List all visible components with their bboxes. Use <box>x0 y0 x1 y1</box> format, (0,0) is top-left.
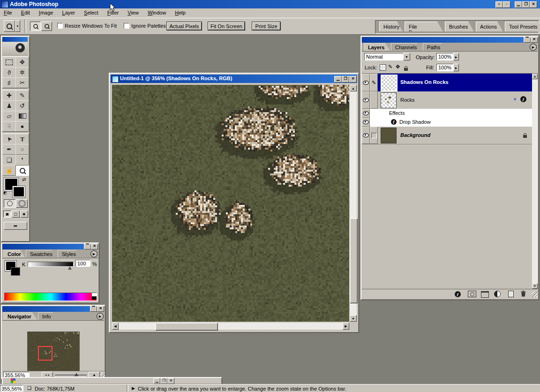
type-tool[interactable]: T <box>15 134 29 144</box>
tab-swatches[interactable]: Swatches <box>26 250 57 257</box>
document-titlebar[interactable]: Untitled-1 @ 356% (Shadows On Rocks, RGB… <box>111 75 357 83</box>
app-titlebar[interactable]: Adobe Photoshop ▪ ▫ ▁ ❐ ✕ <box>0 0 540 8</box>
ignore-palettes-checkbox[interactable] <box>124 23 129 29</box>
navigator-minimize-icon[interactable]: ▔ <box>90 306 97 312</box>
layer-name[interactable]: Background <box>400 132 430 138</box>
scroll-right-icon[interactable]: ▶ <box>343 323 349 330</box>
navigator-titlebar[interactable]: ▔ ✕ <box>2 306 104 312</box>
fill-slider-icon[interactable]: ▶ <box>453 64 459 71</box>
print-size-button[interactable]: Print Size <box>252 22 280 30</box>
vertical-scroll-thumb[interactable] <box>350 218 358 303</box>
scroll-up-icon[interactable]: ▲ <box>350 85 357 91</box>
tool-preset-picker-arrow[interactable]: ▾ <box>15 20 20 32</box>
menu-view[interactable]: View <box>124 8 142 17</box>
status-doc-icon[interactable]: ❏ <box>27 385 31 391</box>
magic-wand-tool[interactable]: ✲ <box>15 67 29 78</box>
lock-all-icon[interactable] <box>404 68 408 71</box>
scroll-down-icon[interactable]: ▼ <box>350 315 357 322</box>
layer-name[interactable]: Rocks <box>400 97 415 103</box>
shape-tool[interactable]: ○ <box>15 144 29 155</box>
close-icon[interactable]: ✕ <box>530 1 537 8</box>
tab-color[interactable]: Color <box>3 250 25 257</box>
visibility-cell[interactable] <box>362 127 370 144</box>
background-color-swatch[interactable] <box>13 186 25 197</box>
layers-scroll-down-icon[interactable]: ▼ <box>532 283 538 289</box>
toolbox-titlebar[interactable] <box>2 37 28 42</box>
actual-pixels-button[interactable]: Actual Pixels <box>167 22 202 30</box>
blend-mode-dropdown-icon[interactable]: ▼ <box>403 53 410 60</box>
menu-layer[interactable]: Layer <box>59 8 79 17</box>
effects-label[interactable]: Effects <box>389 110 405 116</box>
k-value-input[interactable]: 100 <box>75 260 90 267</box>
navigator-close-icon[interactable]: ✕ <box>97 306 104 312</box>
layer-row-shadows-on-rocks[interactable]: ✎ Shadows On Rocks <box>362 74 532 91</box>
current-tool-button[interactable] <box>4 20 15 32</box>
document-close-icon[interactable]: ✕ <box>349 76 357 83</box>
background-window-strip[interactable]: ▁ ❐ ✕ <box>2 377 222 384</box>
toolbox-logo[interactable] <box>2 42 28 54</box>
color-close-icon[interactable]: ✕ <box>91 244 98 249</box>
effects-row[interactable]: Effects <box>362 109 532 118</box>
pen-tool[interactable]: ✒ <box>2 144 16 155</box>
add-layer-style-button[interactable]: ƒ <box>455 291 461 297</box>
brush-tool[interactable]: ✎ <box>15 90 29 101</box>
menu-image[interactable]: Image <box>35 8 57 17</box>
document-canvas[interactable] <box>112 85 349 322</box>
layer-thumbnail[interactable] <box>381 75 398 91</box>
layers-scrollbar[interactable]: ▲ ▼ <box>532 74 538 289</box>
path-selection-tool[interactable]: ➤ <box>2 134 16 144</box>
vertical-scrollbar[interactable]: ▲ ▼ <box>350 85 357 322</box>
dodge-tool[interactable]: ● <box>15 121 29 132</box>
visibility-cell[interactable] <box>362 109 370 118</box>
status-doc-info[interactable]: Doc: 768K/1,75M <box>35 386 75 392</box>
quick-mask-mode-button[interactable] <box>16 199 28 208</box>
layer-style-indicator-icon[interactable]: ƒ <box>520 96 526 102</box>
well-tab-file-browser[interactable]: File Browser <box>405 22 443 31</box>
standard-mode-button[interactable] <box>4 199 15 208</box>
horizontal-scrollbar[interactable]: ◀ ▶ <box>112 323 349 330</box>
new-adjustment-layer-button[interactable] <box>494 291 501 297</box>
visibility-cell[interactable] <box>362 91 370 109</box>
crop-tool[interactable]: ♯ <box>2 77 16 88</box>
layers-close-icon[interactable]: ✕ <box>531 37 538 43</box>
color-minimize-icon[interactable]: ▔ <box>84 244 91 249</box>
zoom-tool[interactable] <box>15 165 29 176</box>
navigator-zoom-slider[interactable] <box>55 375 87 376</box>
jump-to-imageready-button[interactable]: ➦ <box>4 222 27 230</box>
scroll-left-icon[interactable]: ◀ <box>112 323 119 330</box>
document-minimize-icon[interactable]: ▁ <box>334 76 342 83</box>
minimize-icon[interactable]: ▁ <box>515 1 522 8</box>
color-background-swatch[interactable] <box>11 267 20 276</box>
hand-tool[interactable]: ☝ <box>2 165 16 176</box>
move-tool[interactable]: ✥ <box>15 57 29 68</box>
lock-transparency-icon[interactable] <box>380 64 386 71</box>
rectangular-marquee-tool[interactable] <box>2 57 16 68</box>
drop-shadow-row[interactable]: ƒ Drop Shadow <box>362 118 532 127</box>
layers-palette-titlebar[interactable]: ▔ ✕ <box>362 37 538 43</box>
tab-info[interactable]: Info <box>38 312 58 320</box>
zoom-out-button[interactable] <box>41 22 52 31</box>
blend-mode-select[interactable]: Normal <box>364 53 404 60</box>
gradient-tool[interactable] <box>15 111 29 121</box>
layer-row-rocks[interactable]: Rocks ▼ ƒ <box>362 91 532 109</box>
lock-paint-icon[interactable]: ✎ <box>388 64 392 70</box>
well-tab-actions[interactable]: Actions <box>476 22 503 31</box>
new-layer-button[interactable] <box>508 291 514 297</box>
drop-shadow-label[interactable]: Drop Shadow <box>399 119 431 125</box>
menu-window[interactable]: Window <box>144 8 170 17</box>
layers-scroll-up-icon[interactable]: ▲ <box>532 74 538 79</box>
swap-colors-icon[interactable]: ⇄ <box>22 177 26 182</box>
lasso-tool[interactable]: ϑ <box>2 67 16 78</box>
ignore-palettes-label[interactable]: Ignore Palettes <box>131 23 166 29</box>
menu-help[interactable]: Help <box>171 8 189 17</box>
color-palette-titlebar[interactable]: ▔ ✕ <box>2 244 98 249</box>
layers-palette-menu-icon[interactable]: ▶ <box>530 44 537 51</box>
lock-position-icon[interactable]: ✥ <box>396 64 400 70</box>
fit-on-screen-button[interactable]: Fit On Screen <box>208 22 245 30</box>
notes-tool[interactable]: ❏ <box>2 155 16 166</box>
strip-close-icon[interactable]: ✕ <box>167 378 174 384</box>
status-zoom-input[interactable]: 355,56% <box>0 385 23 392</box>
tab-layers[interactable]: Layers <box>364 43 390 51</box>
opacity-input[interactable]: 100% <box>436 53 453 60</box>
effects-expand-icon[interactable]: ▼ <box>513 97 517 102</box>
